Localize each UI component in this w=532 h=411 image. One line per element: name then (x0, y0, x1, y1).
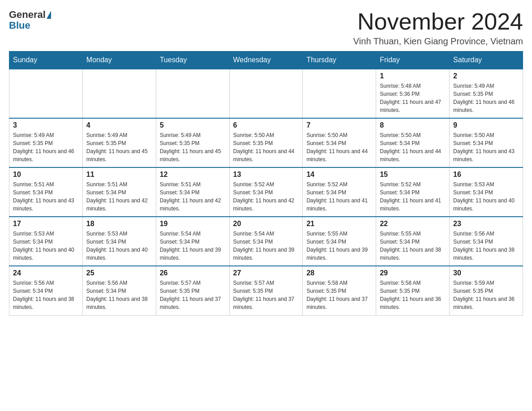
day-info: Sunrise: 5:51 AM Sunset: 5:34 PM Dayligh… (86, 180, 152, 213)
day-number: 13 (233, 171, 299, 179)
day-info: Sunrise: 5:51 AM Sunset: 5:34 PM Dayligh… (160, 180, 226, 213)
calendar-week-3: 10Sunrise: 5:51 AM Sunset: 5:34 PM Dayli… (9, 167, 523, 217)
calendar-cell: 6Sunrise: 5:50 AM Sunset: 5:35 PM Daylig… (229, 118, 303, 167)
logo-general-text: General (9, 9, 46, 21)
day-number: 15 (380, 171, 446, 179)
day-info: Sunrise: 5:53 AM Sunset: 5:34 PM Dayligh… (86, 230, 152, 262)
day-number: 18 (86, 220, 152, 228)
day-info: Sunrise: 5:54 AM Sunset: 5:34 PM Dayligh… (160, 230, 226, 262)
day-info: Sunrise: 5:56 AM Sunset: 5:34 PM Dayligh… (453, 230, 519, 262)
calendar-cell: 15Sunrise: 5:52 AM Sunset: 5:34 PM Dayli… (376, 167, 450, 217)
calendar-cell: 13Sunrise: 5:52 AM Sunset: 5:34 PM Dayli… (229, 167, 303, 217)
day-number: 27 (233, 269, 299, 277)
calendar-week-1: 1Sunrise: 5:48 AM Sunset: 5:36 PM Daylig… (9, 69, 523, 118)
calendar-cell: 29Sunrise: 5:58 AM Sunset: 5:35 PM Dayli… (376, 266, 450, 315)
day-info: Sunrise: 5:49 AM Sunset: 5:35 PM Dayligh… (13, 131, 79, 163)
column-header-saturday: Saturday (450, 51, 523, 69)
day-number: 5 (160, 121, 226, 129)
calendar-header-row: SundayMondayTuesdayWednesdayThursdayFrid… (9, 51, 523, 69)
calendar-cell: 25Sunrise: 5:56 AM Sunset: 5:34 PM Dayli… (82, 266, 156, 315)
day-number: 17 (13, 220, 79, 228)
day-number: 8 (380, 121, 446, 129)
calendar-cell: 18Sunrise: 5:53 AM Sunset: 5:34 PM Dayli… (82, 217, 156, 266)
calendar-cell (82, 69, 156, 118)
calendar-cell: 16Sunrise: 5:53 AM Sunset: 5:34 PM Dayli… (450, 167, 523, 217)
main-title: November 2024 (353, 9, 523, 34)
day-info: Sunrise: 5:56 AM Sunset: 5:34 PM Dayligh… (86, 279, 152, 311)
page-header: General Blue November 2024 Vinh Thuan, K… (9, 9, 523, 47)
day-number: 29 (380, 269, 446, 277)
day-number: 20 (233, 220, 299, 228)
calendar-cell: 11Sunrise: 5:51 AM Sunset: 5:34 PM Dayli… (82, 167, 156, 217)
logo-triangle-icon (47, 11, 51, 19)
day-info: Sunrise: 5:52 AM Sunset: 5:34 PM Dayligh… (380, 180, 446, 213)
calendar-table: SundayMondayTuesdayWednesdayThursdayFrid… (9, 51, 523, 316)
calendar-cell: 19Sunrise: 5:54 AM Sunset: 5:34 PM Dayli… (156, 217, 229, 266)
column-header-tuesday: Tuesday (156, 51, 229, 69)
day-info: Sunrise: 5:50 AM Sunset: 5:34 PM Dayligh… (380, 131, 446, 163)
day-number: 2 (453, 72, 519, 80)
day-info: Sunrise: 5:57 AM Sunset: 5:35 PM Dayligh… (233, 279, 299, 311)
day-number: 14 (306, 171, 372, 179)
day-number: 26 (160, 269, 226, 277)
calendar-week-4: 17Sunrise: 5:53 AM Sunset: 5:34 PM Dayli… (9, 217, 523, 266)
calendar-cell: 20Sunrise: 5:54 AM Sunset: 5:34 PM Dayli… (229, 217, 303, 266)
column-header-wednesday: Wednesday (229, 51, 303, 69)
day-number: 22 (380, 220, 446, 228)
day-number: 12 (160, 171, 226, 179)
calendar-cell: 14Sunrise: 5:52 AM Sunset: 5:34 PM Dayli… (303, 167, 376, 217)
day-info: Sunrise: 5:50 AM Sunset: 5:34 PM Dayligh… (453, 131, 519, 163)
calendar-cell: 22Sunrise: 5:55 AM Sunset: 5:34 PM Dayli… (376, 217, 450, 266)
day-number: 11 (86, 171, 152, 179)
day-info: Sunrise: 5:59 AM Sunset: 5:35 PM Dayligh… (453, 279, 519, 311)
day-info: Sunrise: 5:58 AM Sunset: 5:35 PM Dayligh… (380, 279, 446, 311)
logo-blue-text: Blue (9, 20, 30, 31)
day-info: Sunrise: 5:55 AM Sunset: 5:34 PM Dayligh… (380, 230, 446, 262)
column-header-thursday: Thursday (303, 51, 376, 69)
calendar-cell: 28Sunrise: 5:58 AM Sunset: 5:35 PM Dayli… (303, 266, 376, 315)
calendar-week-5: 24Sunrise: 5:56 AM Sunset: 5:34 PM Dayli… (9, 266, 523, 315)
calendar-cell: 8Sunrise: 5:50 AM Sunset: 5:34 PM Daylig… (376, 118, 450, 167)
calendar-cell: 9Sunrise: 5:50 AM Sunset: 5:34 PM Daylig… (450, 118, 523, 167)
day-info: Sunrise: 5:49 AM Sunset: 5:35 PM Dayligh… (160, 131, 226, 163)
day-info: Sunrise: 5:53 AM Sunset: 5:34 PM Dayligh… (13, 230, 79, 262)
calendar-cell: 27Sunrise: 5:57 AM Sunset: 5:35 PM Dayli… (229, 266, 303, 315)
day-number: 9 (453, 121, 519, 129)
day-number: 19 (160, 220, 226, 228)
calendar-cell: 3Sunrise: 5:49 AM Sunset: 5:35 PM Daylig… (9, 118, 83, 167)
calendar-cell: 5Sunrise: 5:49 AM Sunset: 5:35 PM Daylig… (156, 118, 229, 167)
calendar-cell: 7Sunrise: 5:50 AM Sunset: 5:34 PM Daylig… (303, 118, 376, 167)
day-number: 23 (453, 220, 519, 228)
calendar-cell: 26Sunrise: 5:57 AM Sunset: 5:35 PM Dayli… (156, 266, 229, 315)
column-header-friday: Friday (376, 51, 450, 69)
calendar-cell: 21Sunrise: 5:55 AM Sunset: 5:34 PM Dayli… (303, 217, 376, 266)
subtitle: Vinh Thuan, Kien Giang Province, Vietnam (353, 36, 523, 47)
calendar-cell: 4Sunrise: 5:49 AM Sunset: 5:35 PM Daylig… (82, 118, 156, 167)
calendar-cell (303, 69, 376, 118)
calendar-cell: 10Sunrise: 5:51 AM Sunset: 5:34 PM Dayli… (9, 167, 83, 217)
calendar-cell: 12Sunrise: 5:51 AM Sunset: 5:34 PM Dayli… (156, 167, 229, 217)
day-number: 1 (380, 72, 446, 80)
day-number: 25 (86, 269, 152, 277)
day-number: 10 (13, 171, 79, 179)
day-number: 6 (233, 121, 299, 129)
day-number: 16 (453, 171, 519, 179)
calendar-cell (156, 69, 229, 118)
calendar-cell (9, 69, 83, 118)
day-info: Sunrise: 5:54 AM Sunset: 5:34 PM Dayligh… (233, 230, 299, 262)
day-number: 28 (306, 269, 372, 277)
day-info: Sunrise: 5:52 AM Sunset: 5:34 PM Dayligh… (306, 180, 372, 213)
day-info: Sunrise: 5:53 AM Sunset: 5:34 PM Dayligh… (453, 180, 519, 213)
day-number: 7 (306, 121, 372, 129)
day-info: Sunrise: 5:55 AM Sunset: 5:34 PM Dayligh… (306, 230, 372, 262)
day-info: Sunrise: 5:50 AM Sunset: 5:34 PM Dayligh… (306, 131, 372, 163)
column-header-monday: Monday (82, 51, 156, 69)
logo: General Blue (9, 9, 52, 31)
day-info: Sunrise: 5:49 AM Sunset: 5:35 PM Dayligh… (453, 82, 519, 114)
day-info: Sunrise: 5:49 AM Sunset: 5:35 PM Dayligh… (86, 131, 152, 163)
day-info: Sunrise: 5:51 AM Sunset: 5:34 PM Dayligh… (13, 180, 79, 213)
day-info: Sunrise: 5:56 AM Sunset: 5:34 PM Dayligh… (13, 279, 79, 311)
calendar-week-2: 3Sunrise: 5:49 AM Sunset: 5:35 PM Daylig… (9, 118, 523, 167)
calendar-cell: 23Sunrise: 5:56 AM Sunset: 5:34 PM Dayli… (450, 217, 523, 266)
calendar-cell: 2Sunrise: 5:49 AM Sunset: 5:35 PM Daylig… (450, 69, 523, 118)
